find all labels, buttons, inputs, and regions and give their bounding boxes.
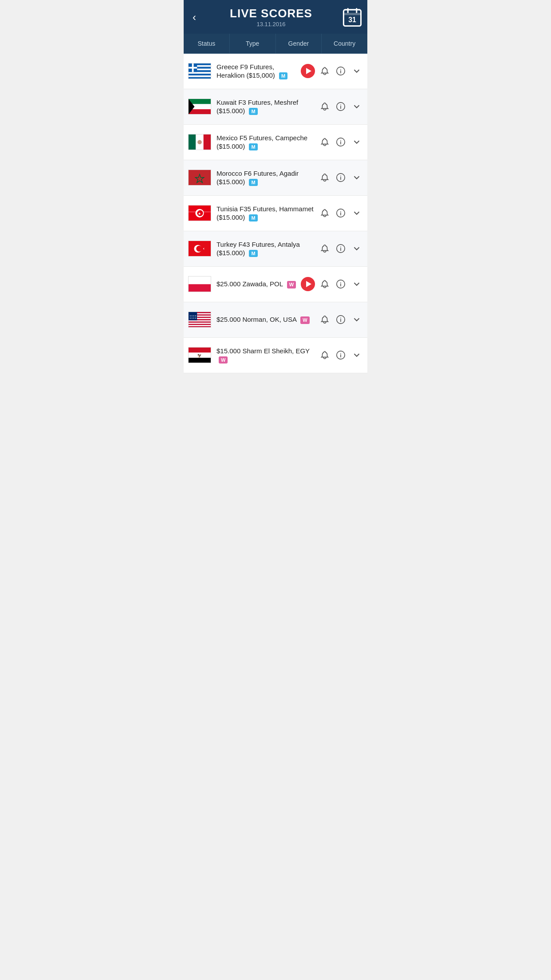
expand-chevron-icon[interactable]	[350, 171, 363, 184]
country-flag: ★★★★★★ ★★★★★	[188, 312, 211, 328]
tournament-name: $25.000 Zawada, POL W	[216, 280, 301, 288]
svg-rect-1	[343, 13, 361, 15]
gender-badge: W	[300, 316, 309, 324]
gender-badge: M	[249, 143, 257, 150]
tournament-item: Mexico F5 Futures, Campeche ($15.000) M	[184, 125, 367, 160]
bell-icon[interactable]	[319, 136, 331, 148]
tournament-name: Morocco F6 Futures, Agadir ($15.000) M	[216, 169, 319, 186]
bell-icon[interactable]	[319, 100, 331, 113]
header-date: 13.11.2016	[200, 21, 342, 28]
item-actions	[301, 64, 363, 78]
tournament-list: Greece F9 Futures, Heraklion ($15,000) M	[184, 54, 367, 373]
tournament-item: $25.000 Zawada, POL W	[184, 267, 367, 302]
expand-chevron-icon[interactable]	[350, 349, 363, 361]
calendar-icon: 31	[342, 8, 362, 27]
svg-rect-68	[189, 324, 211, 325]
svg-rect-17	[189, 67, 197, 69]
bell-icon[interactable]	[319, 207, 331, 219]
filter-type[interactable]: Type	[230, 34, 276, 53]
info-icon[interactable]	[335, 278, 347, 290]
country-flag	[188, 99, 211, 115]
gender-badge: M	[249, 250, 257, 257]
info-icon[interactable]	[335, 136, 347, 148]
bell-icon[interactable]	[319, 278, 331, 290]
info-icon[interactable]	[335, 349, 347, 361]
svg-text:★★★★★★: ★★★★★★	[189, 315, 200, 317]
info-icon[interactable]	[335, 171, 347, 184]
tournament-name: Greece F9 Futures, Heraklion ($15,000) M	[216, 63, 301, 80]
back-button[interactable]: ‹	[189, 9, 200, 25]
item-actions	[319, 171, 363, 184]
svg-rect-13	[189, 75, 211, 77]
tournament-name: $25.000 Norman, OK, USA W	[216, 315, 319, 324]
app-title: LIVE SCORES	[200, 7, 342, 20]
expand-chevron-icon[interactable]	[350, 65, 363, 77]
bell-icon[interactable]	[319, 313, 331, 326]
svg-text:🦅: 🦅	[197, 353, 202, 358]
country-flag	[188, 170, 211, 186]
svg-point-31	[197, 140, 202, 145]
filter-status[interactable]: Status	[184, 34, 230, 53]
country-flag	[188, 241, 211, 257]
tournament-item: ★★★★★★ ★★★★★ $25.000 Norman, OK, USA W	[184, 302, 367, 338]
info-icon[interactable]	[335, 207, 347, 219]
live-play-button[interactable]	[301, 277, 315, 291]
bell-icon[interactable]	[319, 65, 331, 77]
bell-icon[interactable]	[319, 242, 331, 255]
info-icon[interactable]	[335, 100, 347, 113]
gender-badge: M	[249, 214, 257, 221]
item-actions	[319, 313, 363, 326]
gender-badge: M	[249, 108, 257, 115]
svg-rect-28	[189, 134, 196, 150]
item-actions	[319, 349, 363, 361]
svg-rect-67	[189, 321, 211, 323]
svg-text:★★★★★: ★★★★★	[189, 317, 198, 319]
country-flag	[188, 134, 211, 150]
item-actions	[319, 136, 363, 148]
item-actions	[301, 277, 363, 291]
tournament-item: Morocco F6 Futures, Agadir ($15.000) M	[184, 160, 367, 196]
live-play-button[interactable]	[301, 64, 315, 78]
header-title: LIVE SCORES 13.11.2016	[200, 7, 342, 28]
expand-chevron-icon[interactable]	[350, 136, 363, 148]
country-flag	[188, 276, 211, 292]
svg-rect-78	[189, 358, 211, 363]
tournament-name: Turkey F43 Futures, Antalya ($15.000) M	[216, 240, 319, 257]
tournament-item: Greece F9 Futures, Heraklion ($15,000) M	[184, 54, 367, 89]
tournament-item: Kuwait F3 Futures, Meshref ($15.000) M	[184, 89, 367, 125]
info-icon[interactable]	[335, 242, 347, 255]
svg-rect-30	[204, 134, 211, 150]
svg-rect-11	[189, 72, 211, 74]
svg-rect-57	[189, 277, 211, 284]
tournament-item: ★ Tunisia F35 Futures, Hammamet ($15.000…	[184, 196, 367, 231]
expand-chevron-icon[interactable]	[350, 100, 363, 113]
item-actions	[319, 207, 363, 219]
svg-rect-12	[189, 74, 211, 75]
info-icon[interactable]	[335, 313, 347, 326]
item-actions	[319, 242, 363, 255]
country-flag: ★	[188, 205, 211, 221]
country-flag: 🦅	[188, 347, 211, 363]
expand-chevron-icon[interactable]	[350, 207, 363, 219]
svg-rect-14	[189, 77, 211, 79]
svg-rect-58	[189, 284, 211, 292]
expand-chevron-icon[interactable]	[350, 278, 363, 290]
svg-rect-35	[189, 170, 211, 186]
info-icon[interactable]	[335, 65, 347, 77]
tournament-item: 🦅 $15.000 Sharm El Sheikh, EGY W	[184, 338, 367, 373]
svg-rect-76	[189, 348, 211, 353]
gender-badge: M	[279, 72, 287, 79]
svg-rect-69	[189, 326, 211, 328]
item-actions	[319, 100, 363, 113]
bell-icon[interactable]	[319, 171, 331, 184]
expand-chevron-icon[interactable]	[350, 242, 363, 255]
bell-icon[interactable]	[319, 349, 331, 361]
expand-chevron-icon[interactable]	[350, 313, 363, 326]
svg-point-52	[196, 246, 202, 252]
tournament-name: Kuwait F3 Futures, Meshref ($15.000) M	[216, 98, 319, 115]
filter-country[interactable]: Country	[322, 34, 367, 53]
tournament-name: Mexico F5 Futures, Campeche ($15.000) M	[216, 134, 319, 151]
filter-gender[interactable]: Gender	[276, 34, 322, 53]
calendar-button[interactable]: 31	[342, 8, 362, 27]
filter-row: Status Type Gender Country	[184, 34, 367, 54]
